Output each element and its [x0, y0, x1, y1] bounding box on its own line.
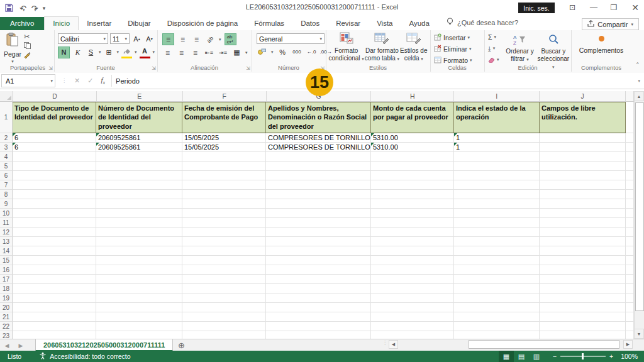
cell-empty[interactable]: [626, 322, 634, 331]
cell-empty[interactable]: [13, 246, 96, 256]
zoom-in-icon[interactable]: +: [609, 353, 613, 360]
row-header-19[interactable]: 19: [0, 293, 13, 303]
header-cell[interactable]: Fecha de emisión del Comprobante de Pago: [182, 102, 266, 133]
cell-empty[interactable]: [182, 256, 266, 265]
horizontal-scroll-thumb[interactable]: [469, 340, 619, 349]
cell-empty[interactable]: [13, 331, 96, 339]
namebox-splitter[interactable]: ⋮: [62, 78, 67, 84]
cell-empty[interactable]: [266, 171, 371, 180]
cell-empty[interactable]: [96, 284, 182, 293]
cell-empty[interactable]: [96, 265, 182, 275]
tell-me-box[interactable]: ¿Qué desea hacer?: [447, 18, 518, 30]
cell-empty[interactable]: [626, 275, 634, 284]
cell-empty[interactable]: [182, 209, 266, 218]
cell-empty[interactable]: [13, 312, 96, 322]
thousands-icon[interactable]: 000: [292, 47, 303, 57]
cell-empty[interactable]: [540, 312, 626, 322]
cell-empty[interactable]: [371, 228, 454, 237]
formula-input[interactable]: Periodo: [111, 75, 634, 87]
cell-empty[interactable]: [182, 152, 266, 162]
accessibility-status[interactable]: Accesibilidad: todo correcto: [39, 352, 130, 361]
cell-empty[interactable]: [454, 331, 540, 339]
borders-icon[interactable]: ⊞: [104, 47, 114, 58]
row-header-14[interactable]: 14: [0, 246, 13, 256]
increase-decimal-icon[interactable]: ←.0: [306, 47, 317, 57]
row-header-20[interactable]: 20: [0, 303, 13, 312]
orientation-icon[interactable]: ab: [205, 34, 216, 45]
data-cell[interactable]: 5310.00: [371, 133, 454, 143]
cell-empty[interactable]: [454, 209, 540, 218]
scroll-up-icon[interactable]: ▲: [634, 91, 644, 101]
cell-empty[interactable]: [96, 322, 182, 331]
tab-ayuda[interactable]: Ayuda: [401, 17, 438, 30]
row-header-18[interactable]: 18: [0, 284, 13, 293]
cell-empty[interactable]: [371, 199, 454, 209]
cell-empty[interactable]: [454, 152, 540, 162]
cell-empty[interactable]: [371, 190, 454, 199]
cell-empty[interactable]: [540, 303, 626, 312]
accounting-format-icon[interactable]: [257, 47, 267, 57]
row-header-5[interactable]: 5: [0, 162, 13, 171]
align-center-icon[interactable]: ≡: [176, 47, 187, 58]
cell-empty[interactable]: [540, 228, 626, 237]
increase-font-icon[interactable]: A▴: [131, 33, 142, 44]
clear-icon[interactable]: ▾: [488, 55, 504, 65]
cell-empty[interactable]: [13, 199, 96, 209]
cell-empty[interactable]: [371, 162, 454, 171]
cell-empty[interactable]: [96, 312, 182, 322]
cell-empty[interactable]: [266, 237, 371, 246]
cell-empty[interactable]: [626, 143, 634, 152]
cell-empty[interactable]: [626, 284, 634, 293]
underline-button[interactable]: S: [86, 47, 96, 58]
cell-empty[interactable]: [454, 265, 540, 275]
row-header-4[interactable]: 4: [0, 152, 13, 162]
maximize-button[interactable]: ❐: [605, 1, 623, 14]
row-header-11[interactable]: 11: [0, 218, 13, 228]
header-cell[interactable]: Campos de libre utilización.: [540, 102, 626, 133]
cell-empty[interactable]: [540, 218, 626, 228]
cell-empty[interactable]: [540, 246, 626, 256]
cell-empty[interactable]: [626, 228, 634, 237]
cell-empty[interactable]: [182, 180, 266, 190]
cell-empty[interactable]: [454, 228, 540, 237]
cell-empty[interactable]: [540, 190, 626, 199]
cell-empty[interactable]: [266, 265, 371, 275]
cell-empty[interactable]: [266, 322, 371, 331]
fill-icon[interactable]: ⤓ ▾: [488, 43, 504, 53]
cell-empty[interactable]: [454, 246, 540, 256]
cell-empty[interactable]: [371, 171, 454, 180]
data-cell[interactable]: 1: [454, 143, 540, 152]
cell-empty[interactable]: [626, 237, 634, 246]
header-cell[interactable]: Apellidos y Nombres, Denominación o Razó…: [266, 102, 371, 133]
normal-view-icon[interactable]: ▦: [499, 351, 514, 362]
tab-inicio[interactable]: Inicio: [44, 16, 79, 30]
cell-empty[interactable]: [626, 293, 634, 303]
cell-empty[interactable]: [182, 199, 266, 209]
cell-empty[interactable]: [454, 190, 540, 199]
tab-revisar[interactable]: Revisar: [328, 17, 369, 30]
cell-empty[interactable]: [13, 228, 96, 237]
cell-empty[interactable]: [626, 162, 634, 171]
tab-dibujar[interactable]: Dibujar: [119, 17, 158, 30]
addins-button[interactable]: Complementos: [571, 30, 631, 54]
cell-empty[interactable]: [96, 190, 182, 199]
header-cell[interactable]: Monto de cada cuenta por pagar al provee…: [371, 102, 454, 133]
zoom-slider-thumb[interactable]: [582, 353, 584, 359]
column-header-H[interactable]: H: [371, 91, 454, 101]
header-cell[interactable]: Número de Documento de Identidad del pro…: [96, 102, 182, 133]
increase-indent-icon[interactable]: ⇥≡: [218, 47, 228, 58]
cell-empty[interactable]: [13, 293, 96, 303]
bold-button[interactable]: N: [58, 47, 70, 58]
cell-empty[interactable]: [13, 180, 96, 190]
row-header-10[interactable]: 10: [0, 209, 13, 218]
select-all-corner[interactable]: [0, 91, 13, 101]
cut-icon[interactable]: ✂: [24, 33, 31, 41]
cancel-entry-icon[interactable]: ✕: [74, 77, 80, 85]
cell-styles-button[interactable]: Estilos de celda ▾: [400, 30, 427, 62]
cell-empty[interactable]: [182, 312, 266, 322]
cell-empty[interactable]: [13, 256, 96, 265]
cell-empty[interactable]: [96, 218, 182, 228]
cell-empty[interactable]: [13, 218, 96, 228]
column-header-I[interactable]: I: [454, 91, 540, 101]
row-header-7[interactable]: 7: [0, 180, 13, 190]
